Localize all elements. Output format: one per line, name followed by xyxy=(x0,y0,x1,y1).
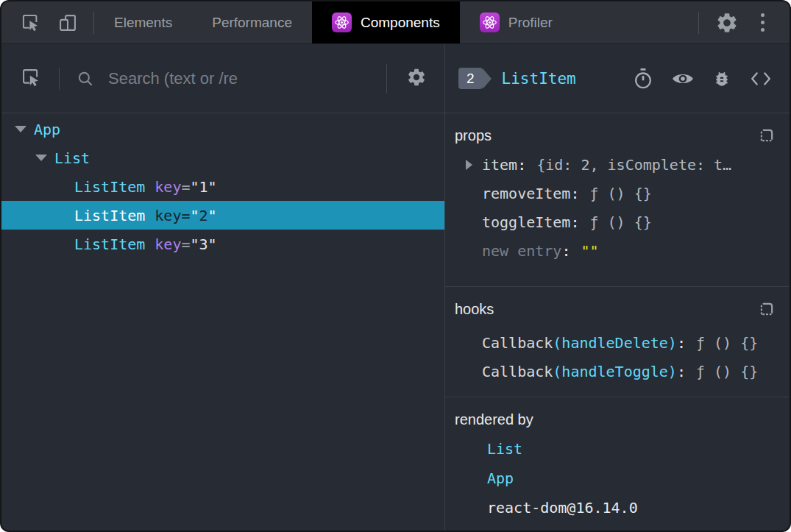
rendered-by-list[interactable]: List xyxy=(455,434,775,464)
devtools-window: Elements Performance Components xyxy=(0,0,791,532)
quote: " xyxy=(208,235,217,253)
select-element-icon[interactable] xyxy=(21,67,41,91)
prop-name: item xyxy=(482,156,517,174)
key-attr: key xyxy=(155,207,181,224)
key-attr: key xyxy=(155,178,181,196)
tree-settings-gear-icon[interactable] xyxy=(400,67,433,91)
renderer-version: react-dom@16.14.0 xyxy=(487,499,638,517)
hook-value: ƒ () {} xyxy=(696,334,758,352)
props-section-title: props xyxy=(455,127,492,144)
prop-value: ƒ () {} xyxy=(589,213,651,231)
main-split: App List ListItemkey="1" ListItemkey="2"… xyxy=(1,44,790,531)
tab-label: Elements xyxy=(114,15,172,31)
prop-row-removeitem: removeItem:ƒ () {} xyxy=(455,179,775,208)
rendered-by-title: rendered by xyxy=(455,411,533,428)
copy-icon[interactable] xyxy=(759,127,775,143)
quote: " xyxy=(191,207,199,224)
toolbar-divider xyxy=(698,12,699,34)
tree-row-listitem-3[interactable]: ListItemkey="3" xyxy=(1,230,444,258)
components-tree-panel: App List ListItemkey="1" ListItemkey="2"… xyxy=(1,44,445,531)
equals-sign: = xyxy=(181,178,190,196)
key-value: 2 xyxy=(199,207,208,224)
quote: " xyxy=(208,178,217,196)
rendered-by-app[interactable]: App xyxy=(455,464,775,493)
hook-name: (handleDelete) xyxy=(553,334,677,352)
tree-toolbar xyxy=(1,44,444,113)
kebab-menu-icon[interactable] xyxy=(755,10,770,35)
inspect-dom-eye-icon[interactable] xyxy=(672,71,694,87)
key-value: 1 xyxy=(199,178,208,196)
tab-profiler[interactable]: Profiler xyxy=(460,1,572,43)
hook-name: (handleToggle) xyxy=(553,363,677,380)
device-toolbar-icon[interactable] xyxy=(57,13,79,33)
tree-row-listitem-2-selected[interactable]: ListItemkey="2" xyxy=(1,201,444,230)
suspend-timer-icon[interactable] xyxy=(633,68,653,90)
tree-row-list[interactable]: List xyxy=(1,143,444,172)
quote: " xyxy=(191,178,199,196)
hook-type: Callback xyxy=(482,334,553,352)
component-name: App xyxy=(34,121,60,138)
search-icon xyxy=(76,69,95,88)
hooks-section: hooks Callback(handleDelete):ƒ () {} xyxy=(445,287,790,397)
toolbar-divider xyxy=(59,68,60,90)
owners-stack-badge[interactable]: 2 xyxy=(458,68,483,89)
colon: : xyxy=(570,185,579,202)
owner-link[interactable]: List xyxy=(487,440,522,458)
tab-label: Performance xyxy=(212,15,292,31)
selected-element-panel: 2 ListItem xyxy=(445,44,790,531)
props-section: props item:{id: 2, isComplete: t… xyxy=(445,113,790,287)
prop-row-new-entry[interactable]: new entry:"" xyxy=(455,236,775,265)
tab-label: Components xyxy=(361,15,440,31)
tab-components[interactable]: Components xyxy=(312,1,460,43)
prop-row-toggleitem: toggleItem:ƒ () {} xyxy=(455,208,775,236)
inspect-element-icon[interactable] xyxy=(21,13,40,32)
component-name: ListItem xyxy=(74,207,145,224)
toolbar-divider xyxy=(386,64,387,93)
search-input[interactable] xyxy=(108,69,386,88)
view-source-code-icon[interactable] xyxy=(750,70,772,88)
tab-label: Profiler xyxy=(508,15,553,31)
log-data-bug-icon[interactable] xyxy=(712,69,731,88)
selected-element-header: 2 ListItem xyxy=(445,44,790,113)
prop-value: ƒ () {} xyxy=(589,185,651,202)
colon: : xyxy=(561,242,570,260)
tree-row-listitem-1[interactable]: ListItemkey="1" xyxy=(1,172,444,201)
new-entry-name[interactable]: new entry xyxy=(482,242,561,260)
component-name: ListItem xyxy=(74,178,145,196)
hook-value: ƒ () {} xyxy=(696,363,758,380)
chevron-down-icon[interactable] xyxy=(15,126,26,132)
key-value: 3 xyxy=(199,235,208,253)
colon: : xyxy=(677,363,686,380)
colon: : xyxy=(570,213,579,231)
prop-value: {id: 2, isComplete: t… xyxy=(536,156,731,174)
prop-name: toggleItem xyxy=(482,213,570,231)
search-bar xyxy=(76,69,386,88)
rendered-by-section: rendered by List App react-dom@16.14.0 xyxy=(445,397,790,531)
hook-row-handledelete: Callback(handleDelete):ƒ () {} xyxy=(455,328,775,357)
tab-elements[interactable]: Elements xyxy=(94,1,192,43)
copy-icon[interactable] xyxy=(759,301,775,317)
colon: : xyxy=(677,334,686,352)
selected-component-title: ListItem xyxy=(502,70,576,88)
component-name: List xyxy=(54,149,90,167)
component-name: ListItem xyxy=(74,235,145,253)
rendered-by-react-dom: react-dom@16.14.0 xyxy=(455,493,775,522)
hook-row-handletoggle: Callback(handleToggle):ƒ () {} xyxy=(455,357,775,386)
react-logo-icon xyxy=(480,13,500,32)
quote: " xyxy=(191,235,199,253)
hook-type: Callback xyxy=(482,363,553,380)
prop-row-item[interactable]: item:{id: 2, isComplete: t… xyxy=(455,150,775,179)
devtools-tab-bar: Elements Performance Components xyxy=(1,1,790,44)
chevron-down-icon[interactable] xyxy=(35,155,47,161)
owner-link[interactable]: App xyxy=(487,469,514,487)
hooks-section-title: hooks xyxy=(455,301,494,318)
equals-sign: = xyxy=(181,207,190,224)
settings-gear-icon[interactable] xyxy=(715,11,739,35)
component-tree: App List ListItemkey="1" ListItemkey="2"… xyxy=(1,113,444,531)
colon: : xyxy=(517,156,526,174)
chevron-right-icon[interactable] xyxy=(466,160,472,170)
tab-performance[interactable]: Performance xyxy=(192,1,312,43)
new-entry-value[interactable]: "" xyxy=(581,242,598,260)
quote: " xyxy=(208,207,217,224)
tree-row-app[interactable]: App xyxy=(1,115,444,143)
